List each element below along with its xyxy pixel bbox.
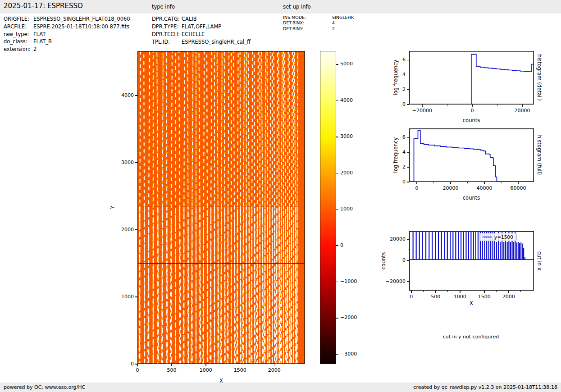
x-tick-label: −20000: [412, 108, 432, 114]
colorbar-tick: [336, 100, 338, 101]
colorbar-tick-label: 3000: [340, 133, 353, 139]
colorbar-tick-label: 1000: [340, 206, 353, 212]
y-tick: [135, 296, 137, 297]
x-tick-label: 1500: [234, 367, 246, 373]
metadata-row: DPR.CATG:CALIB: [152, 15, 251, 23]
footer-powered-by: powered by QC: www.eso.org/HC: [4, 383, 85, 392]
metadata-value: CALIB: [182, 16, 197, 22]
y-tick-label: −20000: [379, 278, 406, 284]
x-tick-label: 1000: [454, 294, 466, 300]
x-tick: [137, 364, 137, 366]
y-tick: [407, 75, 409, 75]
metadata-row: extension:2: [4, 46, 130, 53]
x-minor-tick: [447, 291, 448, 292]
header-bar: [0, 0, 561, 14]
x-tick-label: 0: [410, 294, 413, 300]
section-title-type-info: type info: [152, 4, 175, 10]
y-tick: [135, 95, 137, 96]
metadata-left-column: ORIGFILE:ESPRESSO_SINGLEHR_FLAT018_0060A…: [4, 15, 130, 53]
x-tick: [416, 182, 417, 184]
x-tick-label: 0: [415, 185, 418, 191]
footer-created-by: created by qc_rawdisp.py v1.2.3 on 2025-…: [413, 383, 557, 392]
x-tick-label: 20000: [442, 185, 458, 191]
y-tick: [407, 152, 409, 153]
hist-detail-right-label: histogram (detail): [536, 54, 543, 100]
x-tick-label: 0: [136, 367, 139, 373]
y-tick: [407, 281, 409, 282]
x-minor-tick: [423, 291, 424, 292]
colorbar-tick-label: −3000: [340, 351, 357, 357]
x-tick-label: 1500: [478, 294, 491, 300]
x-tick: [484, 291, 484, 293]
x-minor-tick: [472, 291, 472, 292]
metadata-label: DPR.TECH:: [152, 31, 182, 38]
x-tick: [205, 364, 206, 366]
metadata-value: SINGLEHR: [332, 15, 354, 20]
metadata-row: INS.MODE:SINGLEHR: [283, 15, 354, 20]
y-tick: [407, 260, 409, 260]
y-minor-tick: [408, 250, 409, 250]
hist-full-right-label: histogram (full): [536, 135, 543, 175]
metadata-row: raw_type:FLAT: [4, 31, 130, 38]
x-tick: [422, 105, 422, 107]
x-tick: [435, 291, 436, 293]
y-tick-label: 20000: [379, 236, 406, 242]
metadata-value: 2: [33, 46, 36, 52]
x-tick-label: 20000: [514, 108, 530, 114]
colorbar-tick-label: 5000: [340, 61, 353, 67]
page-title: 2025-01-17: ESPRESSO: [4, 2, 83, 10]
cutx-right-label: cut in x: [536, 251, 543, 271]
y-tick-label: 6: [379, 134, 406, 140]
colorbar-tick: [336, 354, 338, 355]
metadata-value: FLAT_B: [33, 38, 52, 45]
x-tick-label: 60000: [511, 185, 526, 191]
colorbar-tick-label: −2000: [340, 315, 357, 320]
y-tick-label: 4000: [107, 92, 134, 98]
metadata-label: DPR.TYPE:: [152, 23, 182, 31]
x-tick: [411, 291, 411, 293]
legend-label: y=1500: [494, 234, 513, 240]
metadata-value: FLAT,OFF,LAMP: [182, 23, 221, 30]
y-tick: [135, 364, 137, 364]
y-tick-label: 0: [107, 361, 134, 367]
metadata-row: TPL.ID:ESPRESSO_singleHR_cal_ff: [152, 38, 251, 46]
x-tick: [450, 182, 451, 184]
x-minor-tick: [447, 105, 447, 106]
metadata-label: DET.BINX:: [283, 20, 332, 26]
y-tick: [135, 162, 137, 163]
colorbar-tick-label: −1000: [340, 278, 357, 284]
x-tick-label: 0: [470, 108, 474, 114]
colorbar-tick: [336, 64, 338, 64]
histogram-full-plot: [409, 128, 534, 182]
y-tick-label: 4: [379, 149, 406, 155]
metadata-value: ESPRE.2025-01-18T10:38:00.877.fits: [33, 23, 129, 30]
x-tick-label: 1000: [200, 367, 212, 373]
histogram-detail-plot: [409, 51, 534, 105]
metadata-label: DPR.CATG:: [152, 15, 182, 23]
metadata-row: DPR.TECH:ECHELLE: [152, 31, 251, 38]
x-minor-tick: [520, 291, 521, 292]
colorbar-tick-label: 2000: [340, 170, 353, 176]
y-tick: [407, 104, 409, 105]
metadata-value: ESPRESSO_SINGLEHR_FLAT018_0060: [33, 16, 130, 22]
x-tick: [171, 364, 172, 366]
colorbar-tick: [336, 245, 338, 246]
metadata-label: extension:: [4, 46, 33, 53]
x-tick-label: 500: [167, 367, 176, 373]
x-tick-label: 500: [431, 294, 440, 300]
main-yaxis-label: Y: [109, 205, 116, 209]
y-tick-label: 1000: [107, 294, 134, 300]
metadata-value: ESPRESSO_singleHR_cal_ff: [182, 39, 251, 45]
metadata-right-column: INS.MODE:SINGLEHRDET.BINX:4DET.BINY:2: [283, 15, 354, 32]
metadata-label: do_class:: [4, 38, 33, 46]
metadata-row: do_class:FLAT_B: [4, 38, 130, 46]
colorbar-tick: [336, 282, 338, 282]
metadata-value: FLAT: [33, 31, 46, 37]
y-tick: [407, 89, 409, 90]
metadata-row: ORIGFILE:ESPRESSO_SINGLEHR_FLAT018_0060: [4, 15, 130, 23]
hist-detail-xlabel: counts: [463, 117, 480, 123]
colorbar-tick-label: 4000: [340, 97, 353, 103]
qc-report-page: 2025-01-17: ESPRESSO type info set-up in…: [0, 0, 561, 392]
colorbar-tick: [336, 209, 338, 210]
cutx-xlabel: X: [470, 300, 473, 306]
